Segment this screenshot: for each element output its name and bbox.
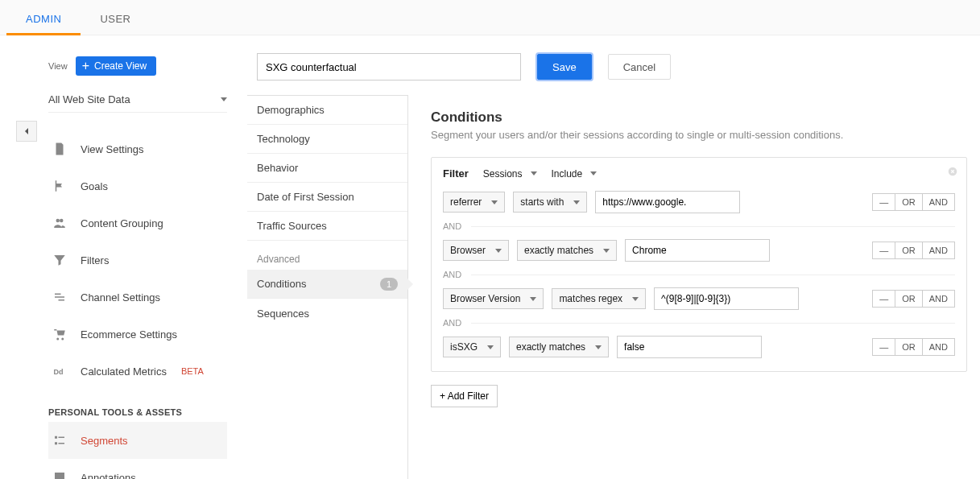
sliders-icon xyxy=(52,290,68,304)
remove-rule-button[interactable]: — xyxy=(872,290,895,308)
remove-rule-button[interactable]: — xyxy=(872,338,895,356)
flag-icon xyxy=(52,179,68,193)
sidebar-item-label: Content Grouping xyxy=(81,217,163,229)
sidebar-item-annotations[interactable]: Annotations xyxy=(48,459,227,479)
sidebar-item-goals[interactable]: Goals xyxy=(48,167,227,204)
metrics-icon: Dd xyxy=(52,364,68,378)
segcat-conditions-label: Conditions xyxy=(257,278,306,290)
dimension-dropdown[interactable]: isSXG xyxy=(443,337,501,357)
value-input[interactable] xyxy=(617,336,762,358)
sidebar-item-content-grouping[interactable]: Content Grouping xyxy=(48,204,227,242)
funnel-icon xyxy=(52,253,68,267)
logic-and-button[interactable]: AND xyxy=(922,193,955,211)
logic-and-button[interactable]: AND xyxy=(922,290,955,308)
caret-down-icon xyxy=(487,345,494,349)
caret-down-icon xyxy=(590,171,597,175)
filter-box: Filter Sessions Include referrer starts … xyxy=(431,157,967,372)
operator-value: exactly matches xyxy=(524,245,593,256)
svg-text:Dd: Dd xyxy=(54,368,64,376)
view-selector[interactable]: All Web Site Data xyxy=(48,87,227,113)
conditions-title: Conditions xyxy=(431,109,967,126)
operator-dropdown[interactable]: exactly matches xyxy=(517,240,617,261)
logic-or-button[interactable]: OR xyxy=(895,338,923,356)
segcat-date-first-session[interactable]: Date of First Session xyxy=(247,183,407,212)
segcat-technology[interactable]: Technology xyxy=(247,125,407,154)
scope-value: Sessions xyxy=(483,168,523,180)
filter-label: Filter xyxy=(443,167,469,180)
back-button[interactable] xyxy=(16,121,37,142)
dimension-dropdown[interactable]: Browser Version xyxy=(443,288,544,309)
operator-dropdown[interactable]: starts with xyxy=(513,192,587,213)
sidebar-item-label: View Settings xyxy=(81,143,144,155)
cancel-button[interactable]: Cancel xyxy=(608,54,671,80)
conditions-subtitle: Segment your users and/or their sessions… xyxy=(431,129,967,141)
sidebar-section-header: PERSONAL TOOLS & ASSETS xyxy=(48,407,227,417)
segcat-behavior[interactable]: Behavior xyxy=(247,154,407,183)
sidebar-item-label: Segments xyxy=(81,435,128,447)
cart-icon xyxy=(52,327,68,341)
sidebar-item-label: Calculated Metrics xyxy=(81,365,167,378)
create-view-label: Create View xyxy=(94,60,147,72)
caret-down-icon xyxy=(632,297,639,301)
operator-value: exactly matches xyxy=(516,341,585,353)
create-view-button[interactable]: + Create View xyxy=(76,56,157,76)
segcat-traffic-sources[interactable]: Traffic Sources xyxy=(247,212,407,241)
dimension-dropdown[interactable]: referrer xyxy=(443,192,505,213)
caret-down-icon xyxy=(221,97,227,101)
sidebar-item-filters[interactable]: Filters xyxy=(48,242,227,279)
logic-or-button[interactable]: OR xyxy=(895,242,923,259)
sidebar-item-calculated-metrics[interactable]: Dd Calculated Metrics BETA xyxy=(48,353,227,390)
document-icon xyxy=(52,142,68,156)
dimension-dropdown[interactable]: Browser xyxy=(443,240,509,261)
arrow-left-icon xyxy=(20,125,33,138)
operator-dropdown[interactable]: matches regex xyxy=(552,288,646,309)
sidebar-item-label: Ecommerce Settings xyxy=(81,328,177,341)
view-selected-label: All Web Site Data xyxy=(48,93,130,105)
view-label: View xyxy=(48,61,68,71)
people-icon xyxy=(52,216,68,230)
caret-down-icon xyxy=(595,345,602,349)
logic-or-button[interactable]: OR xyxy=(895,290,923,308)
tab-admin[interactable]: ADMIN xyxy=(6,3,81,35)
value-input[interactable] xyxy=(595,191,740,213)
remove-rule-button[interactable]: — xyxy=(872,242,895,259)
dimension-value: isSXG xyxy=(450,341,478,353)
operator-value: starts with xyxy=(520,196,564,208)
sidebar-item-label: Annotations xyxy=(81,472,136,480)
caret-down-icon xyxy=(603,249,610,253)
save-button[interactable]: Save xyxy=(537,54,592,80)
segments-icon xyxy=(52,433,68,448)
segcat-demographics[interactable]: Demographics xyxy=(247,96,407,125)
segcat-advanced-label: Advanced xyxy=(247,241,407,270)
dimension-value: referrer xyxy=(450,196,482,208)
segcat-conditions[interactable]: Conditions 1 xyxy=(247,270,407,299)
sidebar-item-segments[interactable]: Segments xyxy=(48,422,227,459)
tab-user[interactable]: USER xyxy=(81,3,150,35)
segcat-sequences[interactable]: Sequences xyxy=(247,299,407,328)
add-filter-button[interactable]: + Add Filter xyxy=(431,385,498,407)
operator-dropdown[interactable]: exactly matches xyxy=(509,337,609,357)
rule-connector-and: AND xyxy=(443,318,955,328)
logic-or-button[interactable]: OR xyxy=(895,193,923,211)
beta-badge: BETA xyxy=(181,366,204,376)
remove-filter-button[interactable] xyxy=(947,166,958,180)
value-input[interactable] xyxy=(625,239,770,262)
logic-and-button[interactable]: AND xyxy=(922,242,955,259)
remove-rule-button[interactable]: — xyxy=(872,193,895,211)
close-icon xyxy=(947,166,958,177)
mode-dropdown[interactable]: Include xyxy=(552,168,598,180)
value-input[interactable] xyxy=(654,287,799,310)
scope-dropdown[interactable]: Sessions xyxy=(483,168,537,180)
segment-name-input[interactable] xyxy=(257,53,521,81)
sidebar-item-ecommerce-settings[interactable]: Ecommerce Settings xyxy=(48,316,227,353)
sidebar-item-channel-settings[interactable]: Channel Settings xyxy=(48,279,227,316)
annotation-icon xyxy=(52,470,68,479)
sidebar-item-view-settings[interactable]: View Settings xyxy=(48,130,227,167)
logic-and-button[interactable]: AND xyxy=(922,338,955,356)
dimension-value: Browser Version xyxy=(450,293,520,304)
caret-down-icon xyxy=(495,249,502,253)
caret-down-icon xyxy=(531,171,537,175)
operator-value: matches regex xyxy=(559,293,622,304)
caret-down-icon xyxy=(530,297,536,301)
caret-down-icon xyxy=(491,200,498,204)
